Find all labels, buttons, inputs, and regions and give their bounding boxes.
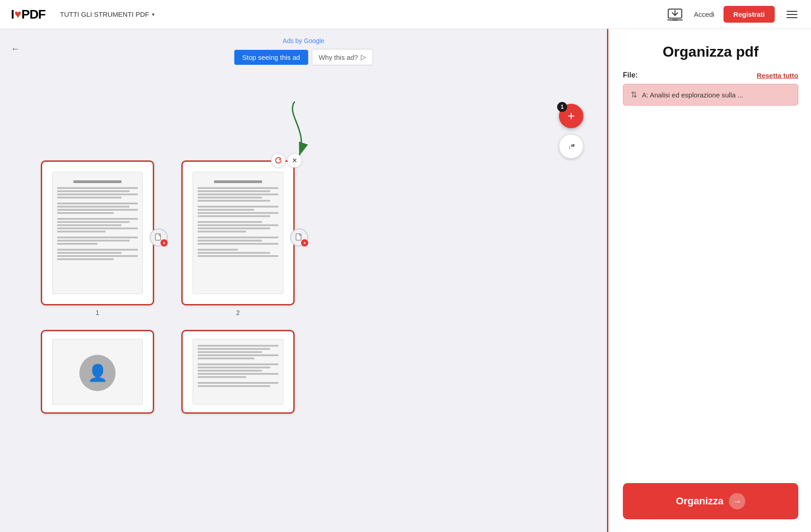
page-line	[57, 218, 138, 220]
page-line	[57, 197, 121, 198]
page-line	[57, 203, 138, 204]
page-card-1: 1	[41, 160, 154, 316]
page-line	[198, 376, 246, 378]
organizza-arrow-icon: →	[729, 493, 745, 509]
sort-icon: ↓¹⁹	[568, 143, 574, 150]
page-number-2: 2	[236, 309, 240, 316]
page-line	[214, 180, 262, 183]
insert-file-between-1-2-button[interactable]: +	[150, 228, 168, 247]
page-line	[198, 373, 278, 375]
hamburger-line-1	[787, 11, 797, 12]
page-line	[57, 252, 121, 254]
page-line	[198, 200, 270, 202]
page-line	[198, 231, 246, 232]
download-app-button[interactable]	[665, 5, 685, 24]
page-inner-2	[193, 172, 283, 294]
fab-sort-area: ↓¹⁹	[559, 134, 583, 159]
page-2-controls: ✕	[271, 153, 302, 168]
header-right: Accedi Registrati	[665, 5, 800, 24]
hamburger-line-2	[787, 14, 797, 15]
page-line	[198, 351, 262, 353]
hamburger-menu-button[interactable]	[784, 8, 800, 21]
page-thumb-3[interactable]: 👤	[41, 330, 154, 414]
page-line	[57, 206, 130, 208]
page-line	[57, 240, 130, 242]
insert-file-after-2-button[interactable]: +	[290, 228, 308, 247]
ad-buttons: Stop seeing this ad Why this ad? ▷	[234, 49, 373, 65]
page-card-2: ✕	[181, 160, 295, 316]
organizza-button[interactable]: Organizza →	[623, 483, 798, 519]
delete-page-2-button[interactable]: ✕	[287, 153, 302, 168]
page-line	[198, 190, 270, 192]
page-line	[198, 385, 270, 387]
page-line	[57, 255, 138, 257]
page-line	[198, 212, 278, 214]
organizza-label: Organizza	[676, 495, 724, 507]
page-line	[57, 209, 138, 211]
page-line	[73, 180, 122, 183]
page-line	[198, 237, 278, 238]
page-thumb-1[interactable]	[41, 160, 154, 305]
page-line	[198, 370, 262, 372]
page-line	[198, 187, 278, 189]
rotate-page-2-button[interactable]	[271, 153, 286, 168]
file-label: File:	[623, 71, 638, 79]
page-line	[198, 249, 238, 251]
page-line	[198, 209, 254, 211]
file-name: A: Analisi ed esplorazione sulla ...	[642, 91, 743, 99]
plus-overlay-icon: +	[160, 239, 168, 247]
page-line	[57, 224, 121, 226]
stop-seeing-ad-button[interactable]: Stop seeing this ad	[234, 50, 308, 65]
main-layout: ← Ads by Google Stop seeing this ad Why …	[0, 29, 811, 532]
add-file-button[interactable]: 1 +	[559, 104, 583, 128]
pages-grid: 1 ✕	[41, 160, 295, 414]
hamburger-line-3	[787, 17, 797, 18]
back-button[interactable]: ←	[11, 44, 20, 54]
page-inner-1	[52, 172, 143, 294]
svg-rect-6	[296, 234, 301, 240]
file-item-1[interactable]: ⇅ A: Analisi ed esplorazione sulla ...	[623, 84, 798, 106]
logo-pdf: PDF	[21, 7, 45, 22]
page-line	[57, 212, 114, 214]
page-line	[57, 221, 130, 223]
accedi-button[interactable]: Accedi	[694, 10, 714, 18]
logo[interactable]: I ♥ PDF	[11, 7, 45, 22]
add-icon: +	[568, 109, 575, 123]
page-line	[57, 231, 106, 232]
fab-badge: 1	[557, 102, 567, 112]
registrati-button[interactable]: Registrati	[724, 6, 775, 23]
page-line	[198, 206, 278, 208]
page-line	[57, 237, 138, 238]
page-line	[198, 240, 262, 242]
fab-add-area: 1 +	[559, 104, 583, 128]
why-this-ad-button[interactable]: Why this ad? ▷	[312, 49, 373, 65]
page-lines-4	[198, 345, 278, 387]
left-panel: ← Ads by Google Stop seeing this ad Why …	[0, 29, 607, 532]
page-lines-1	[57, 178, 138, 260]
page-line	[198, 363, 278, 365]
page-number-1: 1	[96, 309, 99, 316]
page-thumb-2[interactable]	[181, 160, 295, 305]
page-line	[198, 193, 278, 195]
page-card-4	[181, 330, 295, 414]
file-section: File: Resetta tutto	[623, 71, 798, 79]
page-thumb-4[interactable]	[181, 330, 295, 414]
page-card-3: 👤	[41, 330, 154, 414]
right-panel: Organizza pdf File: Resetta tutto ⇅ A: A…	[607, 29, 811, 532]
page-line	[198, 243, 278, 245]
nav-tools-menu[interactable]: TUTTI GLI STRUMENTI PDF ▾	[60, 10, 155, 18]
page-line	[198, 358, 254, 359]
ads-by-google-label: Ads by Google	[283, 37, 325, 44]
page-line	[57, 190, 130, 192]
chevron-down-icon: ▾	[152, 11, 155, 18]
page-lines-2	[198, 178, 278, 257]
nav-tools-label: TUTTI GLI STRUMENTI PDF	[60, 10, 149, 18]
page-inner-3: 👤	[52, 339, 143, 405]
page-line	[198, 345, 278, 347]
sort-button[interactable]: ↓¹⁹	[559, 134, 583, 159]
page-line	[57, 187, 138, 189]
plus-overlay-icon-2: +	[301, 239, 308, 247]
svg-rect-5	[155, 234, 160, 240]
reset-link[interactable]: Resetta tutto	[757, 72, 798, 79]
page-line	[57, 193, 138, 195]
